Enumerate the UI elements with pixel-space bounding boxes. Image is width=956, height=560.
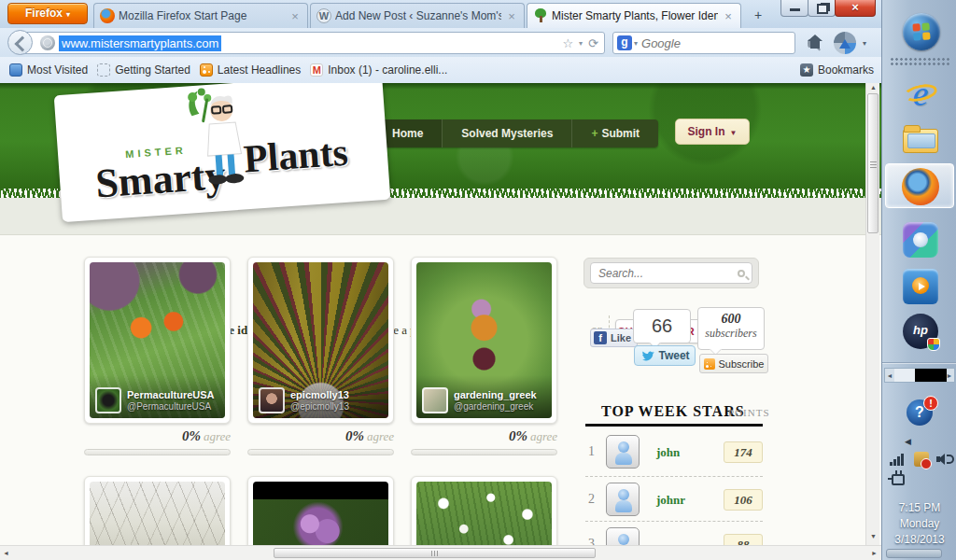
taskbar-grip-handle[interactable] (890, 57, 949, 66)
leaderboard-row[interactable]: 1 john 174 (585, 435, 763, 470)
plant-card[interactable] (84, 476, 231, 545)
site-search-input[interactable] (590, 262, 752, 284)
user-avatar[interactable] (259, 387, 285, 413)
tab-mister-smarty-plants[interactable]: Mister Smarty Plants, Flower Ident... × (527, 3, 741, 28)
start-button[interactable] (903, 13, 940, 50)
plant-photo[interactable] (90, 482, 225, 545)
nav-solved-mysteries[interactable]: Solved Mysteries (442, 119, 571, 147)
reload-icon[interactable]: ⟳ (588, 36, 598, 50)
vertical-scrollbar[interactable]: ▲ ▼ (865, 83, 879, 545)
windows-explorer-folder-icon[interactable] (903, 123, 938, 159)
facebook-like-button[interactable]: f Like (590, 329, 638, 347)
url-text-selected[interactable]: www.mistersmartyplants.com (59, 35, 221, 51)
hp-utility-icon[interactable]: hp (903, 314, 938, 349)
plant-card[interactable]: gardening_greek @gardening_greek (411, 257, 557, 424)
site-identity-globe-icon[interactable] (40, 35, 55, 50)
internet-explorer-icon[interactable]: e (903, 77, 938, 112)
bookmarks-star-icon: ★ (800, 63, 813, 77)
power-plug-icon[interactable] (892, 474, 905, 485)
scroll-up-icon[interactable]: ▲ (870, 84, 877, 91)
user-handle[interactable]: @PermacultureUSA (127, 401, 215, 412)
taskbar-bottom-scroll-thumb[interactable] (886, 549, 942, 558)
toolbar-scroll-left-icon[interactable]: ◄ (885, 372, 894, 379)
site-search-icon[interactable] (738, 270, 745, 277)
tab-wordpress-add-new-post[interactable]: W Add New Post ‹ Suzanne's Mom's... × (310, 3, 525, 28)
taskbar-divider (882, 362, 956, 363)
scroll-right-icon[interactable]: ► (871, 550, 878, 556)
restore-button[interactable] (808, 0, 836, 17)
plant-photo[interactable]: PermacultureUSA @PermacultureUSA (90, 262, 225, 418)
windows-taskbar: e hp ◄ ► ? ! ◀ (881, 0, 956, 560)
tweet-button[interactable]: Tweet (634, 345, 696, 366)
member-name[interactable]: john (656, 445, 680, 460)
plant-card[interactable]: PermacultureUSA @PermacultureUSA (84, 257, 231, 424)
user-avatar[interactable] (422, 387, 448, 413)
url-bar[interactable]: www.mistersmartyplants.com ☆ ▾ ⟳ (22, 32, 605, 54)
site-logo-card[interactable]: MISTER Smarty Plants (54, 83, 391, 222)
taskbar-clock[interactable]: 7:15 PM Monday 3/18/2013 (882, 500, 956, 548)
tab-close-icon[interactable]: × (505, 9, 518, 23)
scroll-left-icon[interactable]: ◄ (3, 550, 9, 556)
minimize-button[interactable] (780, 0, 808, 17)
browser-search-box[interactable]: g ▾ (612, 32, 795, 54)
toolbar-black-thumbnail[interactable] (915, 369, 947, 382)
app-error-tray-icon[interactable] (914, 452, 929, 467)
tab-close-icon[interactable]: × (288, 9, 302, 23)
network-signal-icon[interactable] (890, 453, 907, 466)
bookmark-latest-headlines[interactable]: Latest Headlines (200, 63, 301, 77)
plant-card[interactable]: epicmolly13 @epicmolly13 (247, 257, 394, 424)
bookmark-star-icon[interactable]: ☆ (562, 36, 573, 50)
username[interactable]: epicmolly13 (290, 389, 349, 401)
scroll-down-icon[interactable]: ▼ (870, 533, 877, 539)
history-dropdown-icon[interactable]: ▾ (579, 39, 583, 48)
horizontal-scrollbar[interactable]: ◄ ► (0, 545, 881, 560)
bookmark-most-visited[interactable]: Most Visited (9, 63, 88, 77)
username[interactable]: gardening_greek (454, 389, 537, 401)
clock-time: 7:15 PM (882, 500, 956, 516)
user-avatar[interactable] (95, 387, 121, 413)
firefox-menu-button[interactable]: Firefox▾ (7, 3, 88, 24)
user-handle[interactable]: @gardening_greek (454, 401, 537, 412)
bookmarks-menu-button[interactable]: ★ Bookmarks (800, 63, 874, 77)
tab-firefox-start-page[interactable]: Mozilla Firefox Start Page × (93, 3, 308, 28)
close-button[interactable]: × (835, 0, 876, 17)
vertical-scrollbar-thumb[interactable] (867, 93, 879, 233)
windows-media-player-icon[interactable] (903, 269, 938, 304)
browser-search-input[interactable] (641, 36, 808, 50)
sign-in-button[interactable]: Sign In▼ (675, 119, 750, 145)
bookmark-gmail-inbox[interactable]: M Inbox (1) - caroline.elli... (310, 63, 447, 77)
new-tab-button[interactable]: + (747, 7, 769, 24)
member-avatar-icon[interactable] (606, 527, 640, 545)
toolbar-overflow-icon[interactable]: ▾ (863, 39, 866, 48)
horizontal-scrollbar-thumb[interactable] (274, 548, 596, 558)
subscribe-button[interactable]: Subscribe (699, 354, 768, 373)
firefox-favicon (100, 8, 115, 23)
user-handle[interactable]: @epicmolly13 (290, 401, 349, 412)
plant-photo[interactable] (416, 482, 552, 545)
show-hidden-icons-button[interactable]: ◀ (905, 437, 911, 446)
taskbar-toolbar-strip[interactable]: ◄ ► (884, 368, 955, 383)
bookmark-getting-started[interactable]: Getting Started (97, 63, 190, 77)
username[interactable]: PermacultureUSA (127, 389, 215, 401)
tab-close-icon[interactable]: × (722, 9, 735, 23)
plant-photo[interactable]: gardening_greek @gardening_greek (416, 262, 552, 418)
home-button[interactable] (805, 33, 825, 53)
plant-card[interactable] (411, 476, 557, 545)
volume-icon[interactable] (936, 453, 951, 466)
search-engine-dropdown-icon[interactable]: ▾ (634, 39, 638, 48)
media-center-icon[interactable] (903, 222, 938, 258)
leaderboard-row[interactable]: 3 88 (585, 527, 763, 545)
help-alert-tray-icon[interactable]: ? ! (907, 399, 933, 426)
firefox-taskbar-button-active[interactable] (885, 163, 954, 208)
member-avatar-icon[interactable] (606, 435, 640, 469)
plant-photo[interactable] (253, 482, 388, 545)
nav-submit[interactable]: +Submit (571, 119, 658, 147)
addon-icon[interactable] (834, 32, 856, 54)
member-avatar-icon[interactable] (606, 483, 640, 516)
plant-card[interactable] (247, 476, 394, 545)
leaderboard-row[interactable]: 2 johnr 106 (585, 483, 763, 518)
back-button[interactable] (7, 30, 33, 55)
plant-photo[interactable]: epicmolly13 @epicmolly13 (253, 262, 388, 418)
google-search-engine-icon[interactable]: g (617, 35, 632, 50)
member-name[interactable]: johnr (656, 493, 685, 508)
